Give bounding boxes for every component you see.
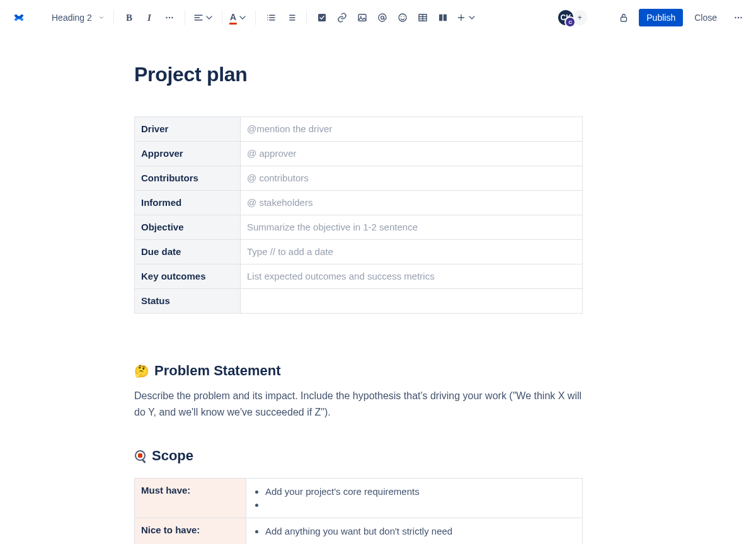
meta-label[interactable]: Status	[135, 289, 241, 314]
italic-button[interactable]: I	[139, 8, 159, 28]
task-icon	[316, 12, 328, 23]
heading-text: Scope	[152, 448, 193, 464]
user-avatar[interactable]: CK	[557, 9, 575, 26]
editor-body[interactable]: Project plan Driver@mention the driver A…	[0, 35, 756, 544]
list-item[interactable]: Add your project's core requirements	[265, 485, 576, 498]
table-icon	[417, 12, 428, 23]
table-row: Nice to have: Add anything you want but …	[135, 518, 583, 544]
meta-value[interactable]: Summarize the objective in 1-2 sentence	[241, 215, 583, 240]
meta-label[interactable]: Contributors	[135, 166, 241, 191]
table-row: Must have: Add your project's core requi…	[135, 479, 583, 518]
meta-value[interactable]: Type // to add a date	[241, 240, 583, 264]
text-color-dropdown[interactable]: A	[227, 8, 250, 28]
table-row: Due dateType // to add a date	[135, 240, 583, 264]
svg-point-1	[169, 17, 170, 18]
svg-rect-30	[621, 17, 627, 21]
scope-value[interactable]: Add anything you want but don't strictly…	[246, 518, 583, 544]
scope-value[interactable]: Add your project's core requirements	[246, 479, 583, 518]
italic-icon: I	[147, 13, 151, 23]
scope-label[interactable]: Nice to have:	[135, 518, 246, 544]
meta-value[interactable]: @ stakeholders	[241, 191, 583, 215]
link-icon	[336, 12, 348, 23]
table-row: Contributors@ contributors	[135, 166, 583, 191]
meta-label[interactable]: Informed	[135, 191, 241, 215]
layouts-button[interactable]	[433, 8, 453, 28]
svg-point-17	[360, 16, 362, 17]
meta-value[interactable]	[241, 289, 583, 314]
scope-label[interactable]: Must have:	[135, 479, 246, 518]
align-left-icon	[193, 12, 204, 23]
mention-button[interactable]	[372, 8, 392, 28]
meta-label[interactable]: Driver	[135, 117, 241, 142]
chevron-down-icon	[238, 13, 248, 23]
toolbar-separator	[255, 10, 256, 25]
chevron-down-icon	[204, 13, 214, 23]
text-color-icon: A	[230, 12, 236, 24]
link-button[interactable]	[332, 8, 352, 28]
image-button[interactable]	[352, 8, 372, 28]
thinking-emoji-icon: 🤔	[134, 364, 149, 378]
meta-value[interactable]: List expected outcomes and success metri…	[241, 264, 583, 289]
list-item[interactable]: Add anything you want but don't strictly…	[265, 524, 576, 538]
chevron-down-icon	[467, 13, 477, 23]
problem-statement-heading[interactable]: 🤔 Problem Statement	[134, 363, 583, 379]
svg-point-18	[381, 16, 384, 20]
toolbar-separator	[222, 10, 222, 25]
bold-icon: B	[126, 13, 132, 23]
scope-table[interactable]: Must have: Add your project's core requi…	[134, 478, 583, 544]
toolbar-separator	[185, 10, 185, 25]
confluence-logo-icon[interactable]	[11, 10, 26, 25]
scope-heading[interactable]: Scope	[134, 448, 583, 464]
action-item-button[interactable]	[312, 8, 332, 28]
svg-rect-26	[439, 14, 442, 21]
svg-point-8	[267, 20, 268, 21]
close-button[interactable]: Close	[688, 9, 723, 26]
presence-avatars: CK +	[561, 9, 588, 26]
heading-text: Problem Statement	[154, 363, 281, 379]
svg-point-7	[267, 17, 268, 18]
meta-label[interactable]: Objective	[135, 215, 241, 240]
table-row: Approver@ approver	[135, 142, 583, 166]
meta-label[interactable]: Key outcomes	[135, 264, 241, 289]
meta-value[interactable]: @ contributors	[241, 166, 583, 191]
avatar-initials: CK	[561, 13, 571, 22]
meta-label[interactable]: Due date	[135, 240, 241, 264]
more-actions-button[interactable]	[728, 8, 748, 28]
meta-value[interactable]: @mention the driver	[241, 117, 583, 142]
numbered-list-button[interactable]	[281, 8, 301, 28]
svg-point-32	[738, 17, 739, 18]
svg-point-2	[171, 17, 173, 18]
align-dropdown[interactable]	[190, 8, 217, 28]
more-formatting-button[interactable]	[159, 8, 180, 28]
emoji-button[interactable]	[392, 8, 413, 28]
meta-value[interactable]: @ approver	[241, 142, 583, 166]
list-item[interactable]	[265, 498, 576, 511]
meta-table[interactable]: Driver@mention the driver Approver@ appr…	[134, 116, 583, 314]
insert-dropdown[interactable]	[453, 8, 479, 28]
page-title[interactable]: Project plan	[134, 63, 583, 86]
text-style-dropdown[interactable]: Heading 2	[45, 10, 108, 25]
emoji-icon	[397, 12, 408, 23]
at-icon	[377, 12, 388, 23]
image-icon	[357, 12, 368, 23]
svg-rect-27	[444, 14, 447, 21]
bold-button[interactable]: B	[119, 8, 139, 28]
plus-icon	[455, 12, 467, 23]
svg-rect-15	[318, 14, 326, 21]
numbered-list-icon	[285, 12, 297, 23]
bullet-list-icon	[265, 12, 277, 23]
table-row: Informed@ stakeholders	[135, 191, 583, 215]
restrictions-button[interactable]	[614, 8, 634, 28]
toolbar-separator	[306, 10, 307, 25]
publish-button[interactable]: Publish	[639, 9, 683, 26]
bullet-list-button[interactable]	[261, 8, 281, 28]
toolbar-separator	[113, 10, 114, 25]
text-style-label: Heading 2	[52, 13, 92, 23]
table-row: Status	[135, 289, 583, 314]
toolbar-right: CK + Publish Close	[561, 8, 748, 28]
table-row: Key outcomesList expected outcomes and s…	[135, 264, 583, 289]
problem-statement-body[interactable]: Describe the problem and its impact. Inc…	[134, 388, 583, 420]
meta-label[interactable]: Approver	[135, 142, 241, 166]
table-button[interactable]	[413, 8, 433, 28]
layouts-icon	[437, 12, 449, 23]
